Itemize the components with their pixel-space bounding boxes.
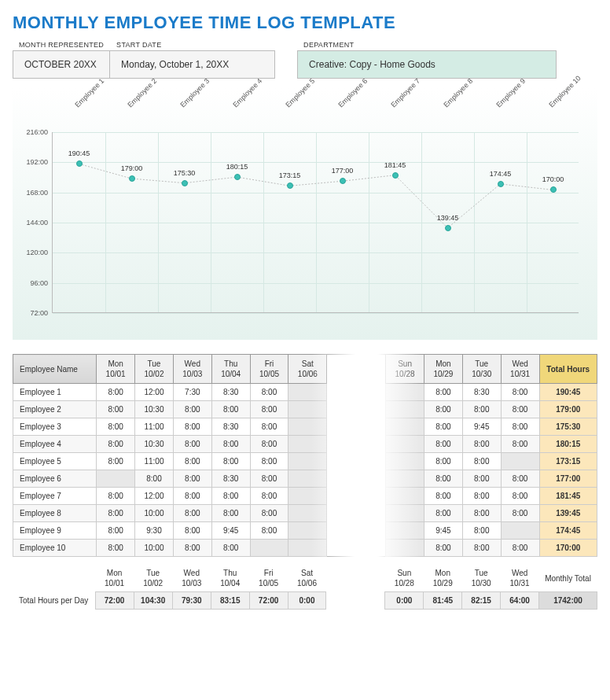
hours-cell[interactable]: 8:00: [501, 505, 539, 522]
hours-cell[interactable]: 8:00: [462, 453, 501, 470]
hours-cell[interactable]: 8:00: [462, 488, 501, 505]
hours-cell[interactable]: 8:00: [250, 505, 288, 522]
hours-cell[interactable]: 8:00: [211, 505, 250, 522]
hours-cell[interactable]: 8:00: [173, 418, 211, 436]
hours-cell[interactable]: 8:00: [424, 470, 462, 488]
hours-cell[interactable]: 8:00: [501, 540, 539, 557]
hours-cell[interactable]: 8:00: [173, 488, 211, 505]
hours-cell[interactable]: 8:00: [173, 522, 211, 540]
hours-cell[interactable]: 8:00: [501, 384, 539, 401]
hours-cell[interactable]: [386, 436, 424, 453]
hours-cell[interactable]: 8:00: [250, 384, 288, 401]
hours-cell[interactable]: 8:30: [211, 470, 250, 488]
hours-cell[interactable]: 8:00: [424, 540, 462, 557]
hours-cell[interactable]: 8:00: [211, 436, 250, 453]
hours-cell[interactable]: 8:00: [211, 540, 250, 557]
hours-cell[interactable]: [501, 522, 539, 540]
hours-cell[interactable]: 8:00: [462, 540, 501, 557]
department-field[interactable]: Creative: Copy - Home Goods: [297, 50, 557, 79]
hours-cell[interactable]: 10:30: [135, 401, 174, 418]
hours-cell[interactable]: [288, 418, 327, 436]
hours-cell[interactable]: [386, 540, 424, 557]
hours-cell[interactable]: 10:30: [135, 436, 174, 453]
hours-cell[interactable]: [288, 384, 327, 401]
hours-cell[interactable]: [386, 384, 424, 401]
hours-cell[interactable]: 8:00: [462, 522, 501, 540]
hours-cell[interactable]: 12:00: [135, 384, 174, 401]
hours-cell[interactable]: 8:00: [250, 418, 288, 436]
hours-cell[interactable]: 8:00: [97, 453, 135, 470]
hours-cell[interactable]: [250, 540, 288, 557]
hours-cell[interactable]: [288, 436, 327, 453]
hours-cell[interactable]: 8:00: [424, 401, 462, 418]
hours-cell[interactable]: 9:45: [462, 418, 501, 436]
hours-cell[interactable]: [386, 418, 424, 436]
hours-cell[interactable]: 8:00: [501, 401, 539, 418]
hours-cell[interactable]: [386, 470, 424, 488]
hours-cell[interactable]: 8:00: [424, 505, 462, 522]
hours-cell[interactable]: 9:45: [211, 522, 250, 540]
hours-cell[interactable]: [288, 401, 327, 418]
hours-cell[interactable]: 8:00: [173, 505, 211, 522]
hours-cell[interactable]: 8:00: [250, 401, 288, 418]
hours-cell[interactable]: 8:00: [250, 436, 288, 453]
hours-cell[interactable]: [97, 470, 135, 488]
hours-cell[interactable]: 8:00: [173, 453, 211, 470]
hours-cell[interactable]: [288, 453, 327, 470]
hours-cell[interactable]: 8:00: [250, 470, 288, 488]
hours-cell[interactable]: 8:30: [211, 418, 250, 436]
hours-cell[interactable]: 9:30: [135, 522, 174, 540]
hours-cell[interactable]: 8:00: [97, 522, 135, 540]
hours-cell[interactable]: [288, 470, 327, 488]
hours-cell[interactable]: 8:00: [211, 488, 250, 505]
hours-cell[interactable]: 8:30: [211, 384, 250, 401]
hours-cell[interactable]: [386, 453, 424, 470]
hours-cell[interactable]: 8:00: [97, 540, 135, 557]
hours-cell[interactable]: 11:00: [135, 418, 174, 436]
hours-cell[interactable]: 8:00: [173, 436, 211, 453]
hours-cell[interactable]: 8:30: [462, 384, 501, 401]
hours-cell[interactable]: 8:00: [97, 488, 135, 505]
hours-cell[interactable]: 8:00: [211, 401, 250, 418]
hours-cell[interactable]: 8:00: [250, 522, 288, 540]
hours-cell[interactable]: 8:00: [250, 453, 288, 470]
hours-cell[interactable]: 8:00: [462, 436, 501, 453]
hours-cell[interactable]: 8:00: [173, 540, 211, 557]
hours-cell[interactable]: [288, 540, 327, 557]
hours-cell[interactable]: 8:00: [501, 470, 539, 488]
hours-cell[interactable]: [386, 522, 424, 540]
hours-cell[interactable]: 8:00: [211, 453, 250, 470]
hours-cell[interactable]: 8:00: [424, 488, 462, 505]
hours-cell[interactable]: 8:00: [424, 453, 462, 470]
hours-cell[interactable]: 8:00: [97, 401, 135, 418]
hours-cell[interactable]: [288, 522, 327, 540]
hours-cell[interactable]: 11:00: [135, 453, 174, 470]
hours-cell[interactable]: [288, 488, 327, 505]
hours-cell[interactable]: 7:30: [173, 384, 211, 401]
hours-cell[interactable]: 8:00: [501, 418, 539, 436]
hours-cell[interactable]: 10:00: [135, 505, 174, 522]
start-date-field[interactable]: Monday, October 1, 20XX: [110, 50, 275, 79]
hours-cell[interactable]: 8:00: [424, 418, 462, 436]
hours-cell[interactable]: [386, 505, 424, 522]
hours-cell[interactable]: 8:00: [501, 488, 539, 505]
hours-cell[interactable]: 8:00: [462, 505, 501, 522]
hours-cell[interactable]: [501, 453, 539, 470]
hours-cell[interactable]: 10:00: [135, 540, 174, 557]
hours-cell[interactable]: 8:00: [97, 505, 135, 522]
hours-cell[interactable]: 8:00: [501, 436, 539, 453]
hours-cell[interactable]: 12:00: [135, 488, 174, 505]
hours-cell[interactable]: 8:00: [250, 488, 288, 505]
hours-cell[interactable]: 8:00: [424, 436, 462, 453]
hours-cell[interactable]: 8:00: [97, 418, 135, 436]
hours-cell[interactable]: 8:00: [173, 470, 211, 488]
hours-cell[interactable]: 8:00: [173, 401, 211, 418]
hours-cell[interactable]: 8:00: [97, 436, 135, 453]
hours-cell[interactable]: 8:00: [97, 384, 135, 401]
hours-cell[interactable]: [288, 505, 327, 522]
hours-cell[interactable]: [386, 401, 424, 418]
hours-cell[interactable]: 8:00: [462, 401, 501, 418]
hours-cell[interactable]: 8:00: [424, 384, 462, 401]
hours-cell[interactable]: [386, 488, 424, 505]
hours-cell[interactable]: 8:00: [462, 470, 501, 488]
